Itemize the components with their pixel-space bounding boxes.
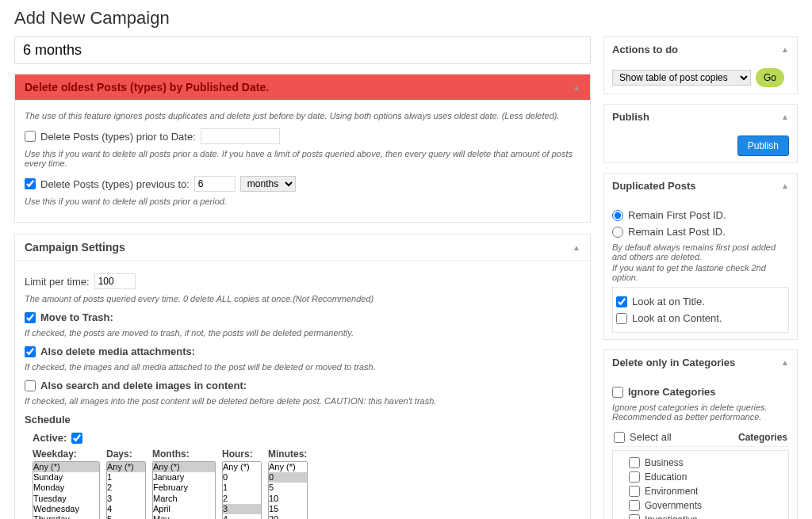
ignore-help: Ignore post categories in delete queries… — [612, 403, 789, 422]
publish-button[interactable]: Publish — [737, 135, 789, 156]
campaign-name-input[interactable] — [14, 36, 591, 64]
images-help: If checked, all images into the post con… — [25, 396, 580, 406]
media-checkbox[interactable] — [25, 346, 36, 357]
previous-num-input[interactable] — [194, 176, 236, 192]
campaign-settings-panel: Campaign Settings ▲ Limit per time: The … — [14, 234, 591, 519]
minutes-label: Minutes: — [268, 448, 308, 460]
look-content-checkbox[interactable] — [616, 313, 627, 324]
days-label: Days: — [106, 448, 146, 460]
ignore-categories-checkbox[interactable] — [612, 387, 623, 398]
collapse-icon: ▲ — [573, 83, 580, 92]
ignore-categories-label: Ignore Categories — [628, 386, 716, 398]
previous-to-checkbox[interactable] — [25, 178, 36, 189]
remain-first-radio[interactable] — [612, 210, 623, 221]
prior-date-label: Delete Posts (types) prior to Date: — [40, 131, 196, 143]
previous-to-label: Delete Posts (types) previous to: — [40, 178, 190, 190]
delete-oldest-panel: Delete oldest Posts (types) by Published… — [14, 74, 591, 223]
delete-categories-header[interactable]: Delete only in Categories ▲ — [604, 350, 797, 375]
look-title-label: Look at on Title. — [632, 296, 705, 307]
media-help: If checked, the images and all media att… — [25, 362, 580, 372]
remain-last-radio[interactable] — [612, 227, 623, 238]
select-all-checkbox[interactable] — [614, 432, 625, 443]
category-checkbox[interactable] — [629, 471, 640, 483]
previous-unit-select[interactable]: months — [240, 176, 296, 192]
collapse-icon: ▲ — [781, 181, 789, 190]
category-label: Environment — [645, 486, 698, 497]
category-label: Investigative — [645, 514, 698, 519]
minutes-select[interactable]: Any (*)051015202530 — [268, 461, 308, 519]
category-checkbox[interactable] — [629, 500, 640, 511]
collapse-icon: ▲ — [781, 113, 789, 121]
active-label: Active: — [33, 432, 67, 444]
collapse-icon: ▲ — [781, 45, 789, 54]
category-item[interactable]: Environment — [618, 484, 783, 498]
category-label: Business — [645, 457, 684, 468]
dup-help1: By default always remains first post add… — [612, 242, 789, 261]
active-checkbox[interactable] — [71, 433, 82, 444]
prior-date-checkbox[interactable] — [25, 131, 36, 142]
category-label: Education — [645, 471, 687, 483]
images-checkbox[interactable] — [25, 380, 36, 391]
duplicated-panel: Duplicated Posts ▲ Remain First Post ID.… — [603, 173, 798, 340]
images-label: Also search and delete images in content… — [40, 380, 247, 391]
prior-help: Use this if you want to delete all posts… — [25, 149, 580, 168]
weekday-select[interactable]: Any (*)SundayMondayTuesdayWednesdayThurs… — [33, 461, 100, 519]
limit-input[interactable] — [94, 273, 136, 289]
limit-help: The amount of posts queried every time. … — [25, 294, 580, 303]
months-select[interactable]: Any (*)JanuaryFebruaryMarchAprilMayJuneJ… — [152, 461, 216, 519]
category-checkbox[interactable] — [629, 457, 640, 468]
actions-panel: Actions to do ▲ Show table of post copie… — [603, 36, 798, 94]
remain-first-label: Remain First Post ID. — [628, 209, 726, 221]
media-label: Also delete media attachments: — [40, 345, 195, 357]
schedule-title: Schedule — [25, 414, 71, 426]
collapse-icon: ▲ — [781, 358, 789, 367]
previous-help: Use this if you want to delete all posts… — [25, 197, 580, 206]
category-item[interactable]: Education — [618, 470, 783, 484]
dup-help2: If you want to get the lastone check 2nd… — [612, 263, 789, 282]
hours-select[interactable]: Any (*)0123456 — [222, 461, 262, 519]
categories-list[interactable]: BusinessEducationEnvironmentGovernmentsI… — [612, 450, 789, 519]
actions-select[interactable]: Show table of post copies — [612, 70, 751, 86]
limit-label: Limit per time: — [25, 276, 90, 288]
categories-header-label: Categories — [738, 432, 787, 443]
delete-categories-panel: Delete only in Categories ▲ Ignore Categ… — [603, 349, 798, 519]
category-label: Governments — [645, 500, 702, 511]
page-title: Add New Campaign — [14, 8, 798, 29]
months-label: Months: — [152, 448, 216, 460]
category-checkbox[interactable] — [629, 514, 640, 519]
select-all-label: Select all — [630, 431, 672, 443]
look-title-checkbox[interactable] — [616, 296, 627, 307]
days-select[interactable]: Any (*)1234567 — [106, 461, 146, 519]
weekday-label: Weekday: — [33, 448, 100, 460]
look-content-label: Look at on Content. — [632, 312, 722, 324]
hours-label: Hours: — [222, 448, 262, 460]
category-item[interactable]: Investigative — [618, 513, 783, 519]
delete-oldest-header[interactable]: Delete oldest Posts (types) by Published… — [15, 74, 590, 100]
trash-help: If checked, the posts are moved to trash… — [25, 328, 580, 338]
go-button[interactable]: Go — [756, 68, 784, 87]
move-trash-checkbox[interactable] — [25, 312, 36, 323]
remain-last-label: Remain Last Post ID. — [628, 226, 726, 238]
publish-header[interactable]: Publish ▲ — [604, 105, 797, 129]
panel-title: Campaign Settings — [25, 241, 125, 254]
move-trash-label: Move to Trash: — [40, 311, 113, 323]
duplicated-header[interactable]: Duplicated Posts ▲ — [604, 174, 797, 198]
category-item[interactable]: Business — [618, 456, 783, 470]
campaign-settings-header[interactable]: Campaign Settings ▲ — [15, 235, 590, 261]
collapse-icon: ▲ — [573, 243, 580, 252]
panel-title: Delete oldest Posts (types) by Published… — [25, 81, 269, 93]
category-item[interactable]: Governments — [618, 498, 783, 513]
intro-help: The use of this feature ignores posts du… — [25, 111, 580, 120]
actions-header[interactable]: Actions to do ▲ — [604, 37, 797, 62]
category-checkbox[interactable] — [629, 486, 640, 497]
prior-date-input[interactable] — [201, 128, 280, 144]
publish-panel: Publish ▲ Publish — [603, 104, 798, 163]
